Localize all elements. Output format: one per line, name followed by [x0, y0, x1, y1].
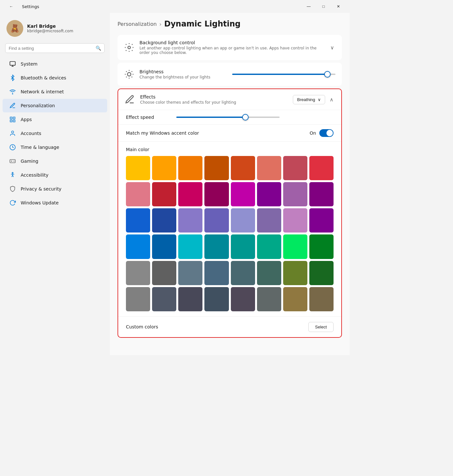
color-swatch-3[interactable] [204, 156, 229, 180]
svg-rect-2 [10, 117, 12, 119]
color-swatch-25[interactable] [152, 234, 176, 259]
sidebar-item-system[interactable]: System [3, 57, 107, 71]
effect-speed-label: Effect speed [126, 115, 171, 120]
color-swatch-32[interactable] [126, 261, 150, 285]
color-swatch-11[interactable] [204, 182, 229, 206]
color-swatch-41[interactable] [152, 287, 176, 311]
sidebar-item-accounts[interactable]: Accounts [3, 127, 107, 140]
search-box[interactable]: 🔍 [5, 43, 105, 53]
color-swatch-21[interactable] [257, 208, 281, 233]
avatar: 🧸 [6, 20, 23, 37]
accent-toggle[interactable] [319, 129, 334, 137]
sidebar-item-bluetooth[interactable]: Bluetooth & devices [3, 71, 107, 85]
close-button[interactable]: ✕ [331, 1, 346, 12]
sidebar-item-apps[interactable]: Apps [3, 113, 107, 126]
sidebar-item-time[interactable]: Time & language [3, 140, 107, 154]
color-swatch-2[interactable] [178, 156, 202, 180]
color-swatch-4[interactable] [231, 156, 255, 180]
color-swatch-37[interactable] [257, 261, 281, 285]
network-nav-icon [9, 88, 16, 95]
color-swatch-14[interactable] [283, 182, 307, 206]
sidebar-item-privacy[interactable]: Privacy & security [3, 182, 107, 196]
back-button[interactable]: ← [4, 1, 19, 12]
app-title: Settings [22, 4, 39, 9]
sidebar-item-gaming[interactable]: Gaming [3, 154, 107, 168]
color-swatch-44[interactable] [231, 287, 255, 311]
brightness-text: Brightness Change the brightness of your… [139, 69, 227, 79]
color-swatch-38[interactable] [283, 261, 307, 285]
color-swatch-20[interactable] [231, 208, 255, 233]
color-swatch-13[interactable] [257, 182, 281, 206]
effect-speed-slider-container [176, 117, 280, 118]
bg-light-subtitle: Let another app control lighting when an… [139, 46, 324, 55]
user-section: 🧸 Karl Bridge kbridge@microsoft.com [0, 16, 110, 42]
sidebar-item-accessibility[interactable]: Accessibility [3, 168, 107, 182]
color-swatch-34[interactable] [178, 261, 202, 285]
sidebar-item-label-system: System [21, 61, 37, 67]
color-swatch-16[interactable] [126, 208, 150, 233]
effects-collapse-button[interactable]: ∧ [328, 95, 335, 104]
color-swatch-12[interactable] [231, 182, 255, 206]
color-swatch-26[interactable] [178, 234, 202, 259]
color-swatch-36[interactable] [231, 261, 255, 285]
accounts-nav-icon [9, 130, 16, 137]
effect-speed-slider[interactable] [176, 117, 280, 118]
minimize-button[interactable]: — [301, 1, 316, 12]
color-swatch-10[interactable] [178, 182, 202, 206]
color-swatch-30[interactable] [283, 234, 307, 259]
color-swatch-46[interactable] [283, 287, 307, 311]
sidebar-item-label-privacy: Privacy & security [21, 186, 61, 191]
update-nav-icon [9, 199, 16, 206]
maximize-button[interactable]: □ [316, 1, 331, 12]
effect-speed-row: Effect speed [118, 110, 341, 125]
color-swatch-23[interactable] [309, 208, 334, 233]
nav-list: System Bluetooth & devices Network & int… [0, 57, 110, 210]
color-swatch-40[interactable] [126, 287, 150, 311]
color-swatch-0[interactable] [126, 156, 150, 180]
color-swatch-31[interactable] [309, 234, 334, 259]
color-swatch-9[interactable] [152, 182, 176, 206]
color-swatch-35[interactable] [204, 261, 229, 285]
sidebar-item-label-time: Time & language [21, 145, 59, 150]
color-swatch-19[interactable] [204, 208, 229, 233]
color-swatch-22[interactable] [283, 208, 307, 233]
search-icon: 🔍 [96, 46, 101, 51]
time-nav-icon [9, 144, 16, 151]
breadcrumb: Personalization › Dynamic Lighting [118, 19, 342, 28]
color-swatch-5[interactable] [257, 156, 281, 180]
color-swatch-6[interactable] [283, 156, 307, 180]
color-swatch-8[interactable] [126, 182, 150, 206]
color-swatch-42[interactable] [178, 287, 202, 311]
color-swatch-15[interactable] [309, 182, 334, 206]
toggle-knob [326, 130, 333, 136]
effects-dropdown[interactable]: Breathing ∨ [293, 95, 325, 104]
color-swatch-18[interactable] [178, 208, 202, 233]
color-swatch-33[interactable] [152, 261, 176, 285]
color-swatch-17[interactable] [152, 208, 176, 233]
effects-header-row: Effects Choose color themes and effects … [118, 89, 341, 110]
color-swatch-47[interactable] [309, 287, 334, 311]
apps-nav-icon [9, 116, 16, 123]
sidebar-item-network[interactable]: Network & internet [3, 85, 107, 98]
color-swatch-29[interactable] [257, 234, 281, 259]
color-swatch-28[interactable] [231, 234, 255, 259]
brightness-slider[interactable] [232, 74, 335, 75]
bg-light-chevron[interactable]: ∨ [329, 43, 335, 52]
color-swatch-27[interactable] [204, 234, 229, 259]
custom-colors-label: Custom colors [126, 324, 308, 329]
bg-light-control: ∨ [329, 43, 335, 52]
sidebar-item-label-personalization: Personalization [21, 103, 55, 108]
color-swatch-45[interactable] [257, 287, 281, 311]
bg-light-card: Background light control Let another app… [118, 35, 342, 60]
search-input[interactable] [9, 46, 93, 51]
main-content: Personalization › Dynamic Lighting Backg… [110, 13, 350, 355]
sidebar-item-update[interactable]: Windows Update [3, 196, 107, 210]
custom-colors-select-button[interactable]: Select [308, 322, 334, 332]
accessibility-nav-icon [9, 171, 16, 179]
sidebar-item-personalization[interactable]: Personalization [3, 99, 107, 112]
color-swatch-7[interactable] [309, 156, 334, 180]
color-swatch-43[interactable] [204, 287, 229, 311]
color-swatch-24[interactable] [126, 234, 150, 259]
color-swatch-1[interactable] [152, 156, 176, 180]
color-swatch-39[interactable] [309, 261, 334, 285]
